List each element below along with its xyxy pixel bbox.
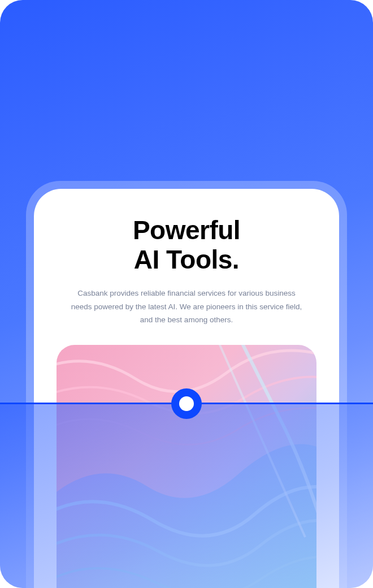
promo-card: Powerful AI Tools. Casbank provides reli… (0, 0, 373, 588)
comparison-slider-handle[interactable] (171, 388, 202, 419)
hero-description: Casbank provides reliable financial serv… (57, 287, 316, 327)
marble-texture-icon (57, 345, 316, 588)
device-frame-outer: Powerful AI Tools. Casbank provides reli… (26, 181, 347, 588)
hero-heading-line-1: Powerful (133, 216, 240, 245)
hero-heading: Powerful AI Tools. (133, 216, 240, 274)
hero-image (57, 345, 316, 588)
hero-heading-line-2: AI Tools. (133, 245, 240, 275)
